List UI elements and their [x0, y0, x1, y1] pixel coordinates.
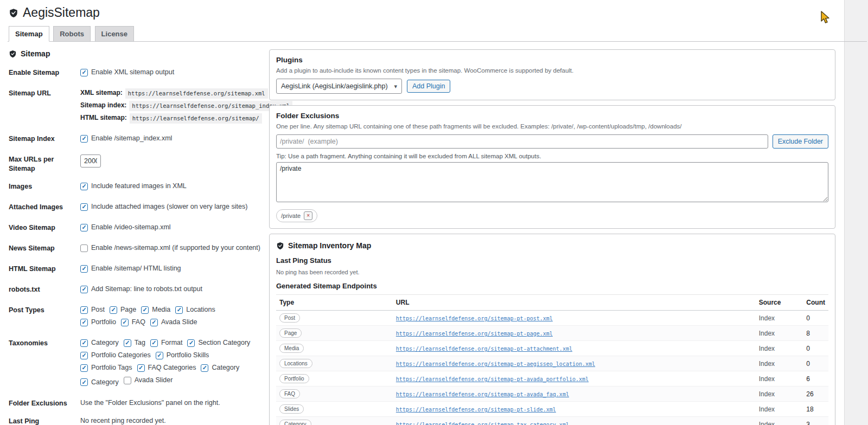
field-label: Sitemap URL: [9, 88, 80, 98]
sitemap-url-link[interactable]: https://learnselfdefense.org/sitemap-pt-…: [396, 315, 553, 321]
checkbox-label: Enable XML sitemap output: [91, 68, 174, 77]
max-urls-input[interactable]: [80, 154, 101, 168]
field-label: Sitemap Index: [9, 134, 80, 144]
checkbox[interactable]: ✓: [80, 306, 88, 314]
setting-attached-images: Attached Images ✓ Include attached image…: [9, 202, 261, 215]
exclusion-path-input[interactable]: [276, 134, 768, 149]
checkbox-option-page[interactable]: ✓Page: [110, 305, 136, 314]
field-label: Folder Exclusions: [9, 398, 80, 408]
checkbox-label: Category: [91, 378, 119, 387]
checkbox-label: Page: [120, 305, 136, 314]
checkbox[interactable]: [80, 244, 88, 252]
checkbox[interactable]: ✓: [110, 306, 117, 314]
sitemap-index-checkbox[interactable]: ✓ Enable /sitemap_index.xml: [80, 134, 172, 143]
checkbox-option-post[interactable]: ✓Post: [80, 305, 105, 314]
checkbox-label: Enable /sitemap_index.xml: [91, 134, 172, 143]
enable-xml-sitemap-checkbox[interactable]: ✓ Enable XML sitemap output: [80, 68, 174, 77]
checkbox[interactable]: ✓: [187, 339, 195, 347]
checkbox[interactable]: ✓: [80, 183, 88, 190]
checkbox-label: FAQ Categories: [148, 363, 196, 372]
checkbox-option-category[interactable]: ✓Category: [201, 363, 239, 372]
checkbox-option-section-category[interactable]: ✓Section Category: [187, 338, 250, 347]
checkbox-option-category[interactable]: ✓Category: [80, 338, 119, 347]
checkbox[interactable]: ✓: [80, 69, 88, 76]
attached-images-checkbox[interactable]: ✓ Include attached images (slower on ver…: [80, 202, 247, 211]
news-sitemap-checkbox[interactable]: Enable /news-sitemap.xml (if supported b…: [80, 243, 260, 253]
checkbox-option-avada-slide[interactable]: ✓Avada Slide: [150, 318, 197, 327]
checkbox-option-avada-slider[interactable]: Avada Slider: [124, 376, 173, 385]
tab-sitemap[interactable]: Sitemap: [9, 26, 49, 42]
checkbox-option-category[interactable]: ✓Category: [80, 378, 119, 387]
exclusion-chip: /private ×: [276, 209, 317, 222]
endpoints-heading: Generated Sitemap Endpoints: [276, 282, 828, 290]
sitemap-url-link[interactable]: https://learnselfdefense.org/sitemap-pt-…: [396, 346, 572, 352]
add-plugin-button[interactable]: Add Plugin: [407, 80, 450, 93]
endpoint-row: Pagehttps://learnselfdefense.org/sitemap…: [276, 326, 828, 341]
plugin-select[interactable]: AegisLink (AegisLink/aegislink.php) ▾: [276, 79, 402, 94]
checkbox[interactable]: ✓: [80, 319, 88, 326]
checkbox[interactable]: ✓: [156, 352, 163, 359]
checkbox[interactable]: ✓: [150, 319, 158, 326]
type-badge: Slides: [279, 404, 304, 414]
checkbox[interactable]: ✓: [137, 364, 145, 372]
checkbox[interactable]: ✓: [124, 339, 131, 347]
checkbox-label: Portfolio: [91, 318, 116, 327]
checkbox[interactable]: ✓: [80, 286, 88, 293]
last-ping-value: No recent ping recorded yet.: [80, 416, 257, 425]
video-sitemap-checkbox[interactable]: ✓ Enable /video-sitemap.xml: [80, 223, 171, 232]
checkbox[interactable]: ✓: [80, 352, 88, 359]
checkbox-option-portfolio-tags[interactable]: ✓Portfolio Tags: [80, 363, 132, 372]
checkbox-label: FAQ: [132, 318, 145, 327]
sitemap-url-link[interactable]: https://learnselfdefense.org/sitemap-tax…: [396, 422, 569, 425]
checkbox[interactable]: ✓: [201, 364, 208, 372]
setting-news-sitemap: News Sitemap Enable /news-sitemap.xml (i…: [9, 243, 261, 256]
checkbox[interactable]: ✓: [80, 339, 88, 347]
type-badge: Media: [279, 344, 304, 353]
sitemap-url-link[interactable]: https://learnselfdefense.org/sitemap-pt-…: [396, 376, 589, 382]
sitemap-url-link[interactable]: https://learnselfdefense.org/sitemap-pt-…: [396, 331, 553, 337]
checkbox-option-media[interactable]: ✓Media: [141, 305, 170, 314]
field-label: Attached Images: [9, 202, 80, 212]
field-label: robots.txt: [9, 285, 80, 294]
checkbox[interactable]: ✓: [121, 319, 129, 326]
checkbox[interactable]: ✓: [150, 339, 158, 347]
tab-robots[interactable]: Robots: [53, 26, 91, 41]
checkbox-option-portfolio-skills[interactable]: ✓Portfolio Skills: [156, 351, 209, 360]
checkbox-option-portfolio[interactable]: ✓Portfolio: [80, 318, 116, 327]
checkbox[interactable]: ✓: [141, 306, 149, 314]
featured-images-checkbox[interactable]: ✓ Include featured images in XML: [80, 182, 187, 191]
shield-icon: [276, 242, 284, 250]
tab-license[interactable]: License: [95, 26, 134, 41]
checkbox-option-format[interactable]: ✓Format: [150, 338, 183, 347]
checkbox[interactable]: [124, 377, 131, 384]
checkbox[interactable]: ✓: [80, 378, 88, 386]
remove-exclusion-button[interactable]: ×: [304, 211, 312, 220]
endpoints-table: Type URL Source Count Posthttps://learns…: [276, 294, 828, 425]
html-sitemap-checkbox[interactable]: ✓ Enable /sitemap/ HTML listing: [80, 264, 181, 273]
setting-enable-sitemap: Enable Sitemap ✓ Enable XML sitemap outp…: [9, 68, 261, 80]
sitemap-url-link[interactable]: https://learnselfdefense.org/sitemap-pt-…: [396, 407, 556, 413]
exclude-folder-button[interactable]: Exclude Folder: [773, 134, 828, 149]
plugins-panel-title: Plugins: [276, 56, 828, 64]
exclusions-textarea[interactable]: /private: [276, 162, 828, 202]
source-cell: Index: [756, 356, 803, 371]
checkbox[interactable]: ✓: [80, 364, 88, 372]
checkbox[interactable]: ✓: [80, 265, 88, 273]
checkbox-option-faq[interactable]: ✓FAQ: [121, 318, 145, 327]
checkbox[interactable]: ✓: [80, 224, 88, 231]
robots-txt-checkbox[interactable]: ✓ Add Sitemap: line to robots.txt output: [80, 285, 202, 294]
sitemap-inventory-panel: Sitemap Inventory Map Last Ping Status N…: [269, 234, 835, 425]
sitemap-url-link[interactable]: https://learnselfdefense.org/sitemap-pt-…: [396, 361, 595, 367]
field-label: Post Types: [9, 305, 80, 315]
sitemap-url-link[interactable]: https://learnselfdefense.org/sitemap-pt-…: [396, 391, 569, 397]
setting-max-urls: Max URLs per Sitemap: [9, 154, 261, 173]
checkbox-option-portfolio-categories[interactable]: ✓Portfolio Categories: [80, 351, 151, 360]
column-header-url: URL: [393, 295, 756, 311]
setting-html-sitemap: HTML Sitemap ✓ Enable /sitemap/ HTML lis…: [9, 264, 261, 276]
checkbox[interactable]: ✓: [175, 306, 183, 314]
checkbox[interactable]: ✓: [80, 135, 88, 143]
checkbox-option-tag[interactable]: ✓Tag: [124, 338, 145, 347]
checkbox-option-locations[interactable]: ✓Locations: [175, 305, 215, 314]
checkbox-option-faq-categories[interactable]: ✓FAQ Categories: [137, 363, 196, 372]
checkbox[interactable]: ✓: [80, 203, 88, 211]
